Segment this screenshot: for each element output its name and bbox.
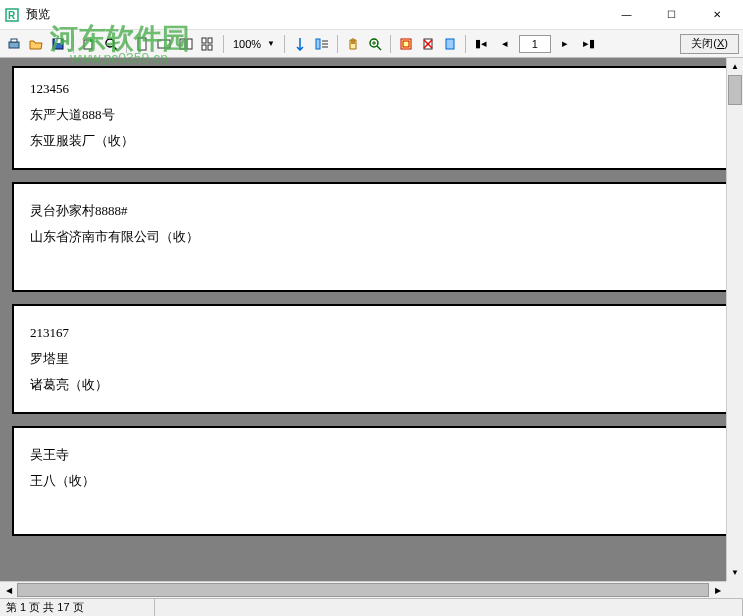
close-label: 关闭(X) [691, 36, 728, 51]
toolbar-separator [73, 35, 74, 53]
svg-line-8 [113, 46, 117, 50]
toolbar: 100% ▼ ▮◂ ◂ ▸ ▸▮ 关闭(X) [0, 30, 743, 58]
zoom-value: 100% [233, 38, 265, 50]
svg-text:R: R [8, 10, 16, 21]
minimize-button[interactable]: — [604, 0, 649, 29]
scrollbar-thumb[interactable] [17, 583, 709, 597]
scrollbar-thumb[interactable] [728, 75, 742, 105]
horizontal-scrollbar[interactable]: ◀ ▶ [0, 581, 726, 598]
app-icon: R [4, 7, 20, 23]
scroll-down-icon[interactable]: ▼ [727, 564, 743, 581]
svg-rect-3 [11, 39, 17, 42]
label-card: 吴王寺 王八（收） [12, 426, 731, 536]
toolbar-separator [465, 35, 466, 53]
dropdown-icon: ▼ [267, 39, 275, 48]
scroll-right-icon[interactable]: ▶ [709, 582, 726, 598]
svg-rect-9 [138, 38, 146, 50]
scroll-left-icon[interactable]: ◀ [0, 582, 17, 598]
label-recipient: 王八（收） [30, 468, 713, 494]
label-postcode: 123456 [30, 76, 713, 102]
svg-rect-16 [208, 45, 212, 50]
scroll-up-icon[interactable]: ▲ [727, 58, 743, 75]
outline-button[interactable] [290, 34, 310, 54]
page-container: 123456 东严大道888号 东亚服装厂（收） 灵台孙家村8888# 山东省济… [0, 58, 743, 556]
statusbar: 第 1 页 共 17 页 [0, 598, 743, 616]
toolbar-separator [337, 35, 338, 53]
window-controls: — ☐ ✕ [604, 0, 739, 29]
find-button[interactable] [101, 34, 121, 54]
page-navigation: ▮◂ ◂ ▸ ▸▮ [471, 34, 599, 54]
label-postcode: 213167 [30, 320, 713, 346]
multi-page-button[interactable] [198, 34, 218, 54]
status-empty [155, 599, 743, 616]
page-number-input[interactable] [519, 35, 551, 53]
window-title: 预览 [26, 6, 604, 23]
vertical-scrollbar[interactable]: ▲ ▼ [726, 58, 743, 581]
print-button[interactable] [4, 34, 24, 54]
label-address: 罗塔里 [30, 346, 713, 372]
page-width-button[interactable] [154, 34, 174, 54]
hand-tool-button[interactable] [343, 34, 363, 54]
thumbnails-button[interactable] [312, 34, 332, 54]
svg-rect-11 [180, 39, 185, 49]
preview-canvas[interactable]: 123456 东严大道888号 东亚服装厂（收） 灵台孙家村8888# 山东省济… [0, 58, 743, 598]
svg-rect-18 [316, 39, 320, 49]
last-page-button[interactable]: ▸▮ [579, 34, 599, 54]
svg-rect-14 [208, 38, 212, 43]
toolbar-separator [284, 35, 285, 53]
svg-line-25 [377, 46, 381, 50]
label-address: 吴王寺 [30, 442, 713, 468]
status-page-info: 第 1 页 共 17 页 [0, 599, 155, 616]
svg-rect-31 [446, 39, 454, 49]
two-page-button[interactable] [176, 34, 196, 54]
label-recipient: 山东省济南市有限公司（收） [30, 224, 713, 250]
prev-page-button[interactable]: ◂ [495, 34, 515, 54]
label-address: 灵台孙家村8888# [30, 198, 713, 224]
label-card: 灵台孙家村8888# 山东省济南市有限公司（收） [12, 182, 731, 292]
zoom-combo[interactable]: 100% ▼ [229, 38, 279, 50]
label-card: 123456 东严大道888号 东亚服装厂（收） [12, 66, 731, 170]
page-setup-button[interactable] [440, 34, 460, 54]
export-button[interactable] [79, 34, 99, 54]
delete-page-button[interactable] [418, 34, 438, 54]
zoom-tool-button[interactable] [365, 34, 385, 54]
close-preview-button[interactable]: 关闭(X) [680, 34, 739, 54]
maximize-button[interactable]: ☐ [649, 0, 694, 29]
label-card: 213167 罗塔里 诸葛亮（收） [12, 304, 731, 414]
titlebar: R 预览 — ☐ ✕ [0, 0, 743, 30]
toolbar-separator [223, 35, 224, 53]
save-button[interactable] [48, 34, 68, 54]
close-window-button[interactable]: ✕ [694, 0, 739, 29]
svg-rect-5 [55, 39, 61, 43]
svg-rect-15 [202, 45, 206, 50]
whole-page-button[interactable] [132, 34, 152, 54]
label-recipient: 东亚服装厂（收） [30, 128, 713, 154]
first-page-button[interactable]: ▮◂ [471, 34, 491, 54]
toolbar-separator [126, 35, 127, 53]
svg-rect-12 [187, 39, 192, 49]
next-page-button[interactable]: ▸ [555, 34, 575, 54]
svg-rect-13 [202, 38, 206, 43]
svg-point-7 [106, 39, 114, 47]
toolbar-separator [390, 35, 391, 53]
label-recipient: 诸葛亮（收） [30, 372, 713, 398]
open-button[interactable] [26, 34, 46, 54]
label-address: 东严大道888号 [30, 102, 713, 128]
scrollbar-corner [726, 581, 743, 598]
svg-rect-2 [9, 42, 19, 48]
svg-rect-10 [158, 40, 170, 48]
margins-button[interactable] [396, 34, 416, 54]
